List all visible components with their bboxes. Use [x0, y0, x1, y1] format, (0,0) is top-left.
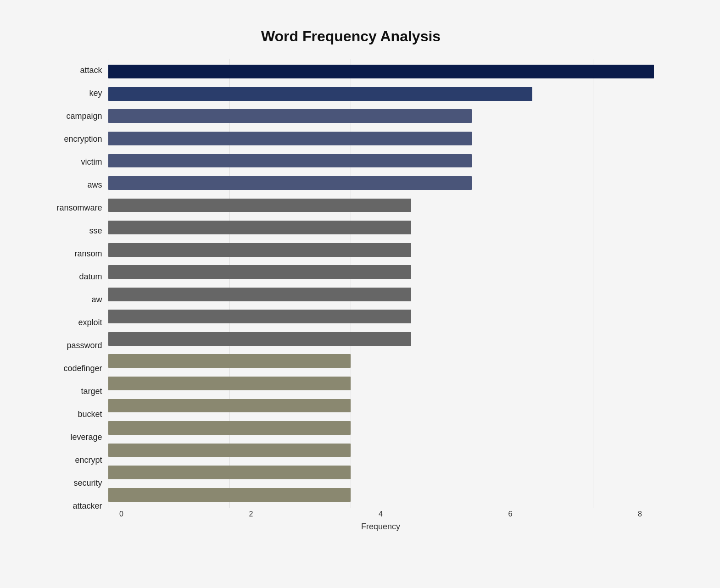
bar-row-attack	[108, 61, 654, 83]
bar-victim	[108, 154, 472, 168]
y-label-encryption: encryption	[64, 135, 102, 143]
bar-key	[108, 87, 533, 101]
bar-codefinger	[108, 354, 351, 368]
y-label-sse: sse	[89, 227, 102, 235]
x-axis: 02468 Frequency	[108, 508, 654, 531]
bar-row-aw	[108, 283, 654, 305]
bar-row-security	[108, 461, 654, 484]
bar-bucket	[108, 399, 351, 413]
bar-campaign	[108, 109, 472, 123]
bar-password	[108, 332, 412, 346]
bar-exploit	[108, 310, 412, 323]
y-label-attacker: attacker	[73, 502, 102, 510]
bar-row-bucket	[108, 394, 654, 417]
x-tick-8: 8	[626, 510, 654, 518]
bars-wrapper	[108, 59, 654, 508]
y-label-exploit: exploit	[78, 318, 102, 327]
bar-attack	[108, 65, 654, 78]
bar-leverage	[108, 421, 351, 435]
bar-row-aws	[108, 172, 654, 194]
y-label-ransomware: ransomware	[56, 204, 102, 212]
bar-target	[108, 377, 351, 390]
bars-area	[108, 59, 654, 508]
y-label-leverage: leverage	[70, 433, 102, 441]
chart-title: Word Frequency Analysis	[48, 28, 654, 45]
y-label-victim: victim	[81, 158, 102, 166]
y-label-security: security	[73, 479, 102, 487]
x-tick-4: 4	[367, 510, 395, 518]
bar-datum	[108, 265, 412, 279]
bar-row-exploit	[108, 305, 654, 328]
bar-sse	[108, 221, 412, 234]
y-label-encrypt: encrypt	[75, 456, 102, 464]
bar-row-codefinger	[108, 350, 654, 372]
bar-row-target	[108, 372, 654, 395]
y-label-password: password	[67, 341, 102, 349]
y-label-datum: datum	[79, 272, 102, 281]
bar-row-key	[108, 83, 654, 105]
y-label-aws: aws	[87, 181, 102, 189]
bar-row-encrypt	[108, 439, 654, 461]
x-axis-label: Frequency	[361, 522, 400, 532]
bar-aw	[108, 288, 412, 301]
x-tick-0: 0	[108, 510, 135, 518]
bar-row-ransom	[108, 239, 654, 261]
bar-security	[108, 466, 351, 479]
bar-row-ransomware	[108, 194, 654, 216]
x-tick-6: 6	[497, 510, 524, 518]
bar-encryption	[108, 132, 472, 145]
bar-row-sse	[108, 216, 654, 239]
chart-container: Word Frequency Analysis attackkeycampaig…	[39, 14, 681, 574]
bar-row-datum	[108, 261, 654, 283]
x-ticks: 02468	[108, 508, 654, 520]
bar-row-attacker	[108, 483, 654, 506]
y-label-codefinger: codefinger	[63, 364, 102, 372]
x-tick-2: 2	[237, 510, 265, 518]
bar-ransomware	[108, 199, 412, 212]
bar-aws	[108, 176, 472, 190]
chart-area: attackkeycampaignencryptionvictimawsrans…	[48, 59, 654, 531]
bar-row-leverage	[108, 417, 654, 439]
bar-row-encryption	[108, 128, 654, 150]
y-label-ransom: ransom	[74, 250, 102, 258]
y-label-bucket: bucket	[78, 410, 102, 418]
y-label-target: target	[81, 387, 102, 395]
y-label-aw: aw	[91, 295, 102, 304]
bars-and-xaxis: 02468 Frequency	[108, 59, 654, 531]
y-label-key: key	[89, 89, 102, 97]
bar-row-password	[108, 328, 654, 350]
bar-attacker	[108, 488, 351, 502]
y-axis-labels: attackkeycampaignencryptionvictimawsrans…	[48, 59, 108, 531]
bar-row-victim	[108, 150, 654, 172]
y-label-attack: attack	[80, 66, 102, 74]
bar-encrypt	[108, 444, 351, 457]
bar-row-campaign	[108, 105, 654, 128]
bar-ransom	[108, 243, 412, 257]
y-label-campaign: campaign	[66, 112, 102, 120]
